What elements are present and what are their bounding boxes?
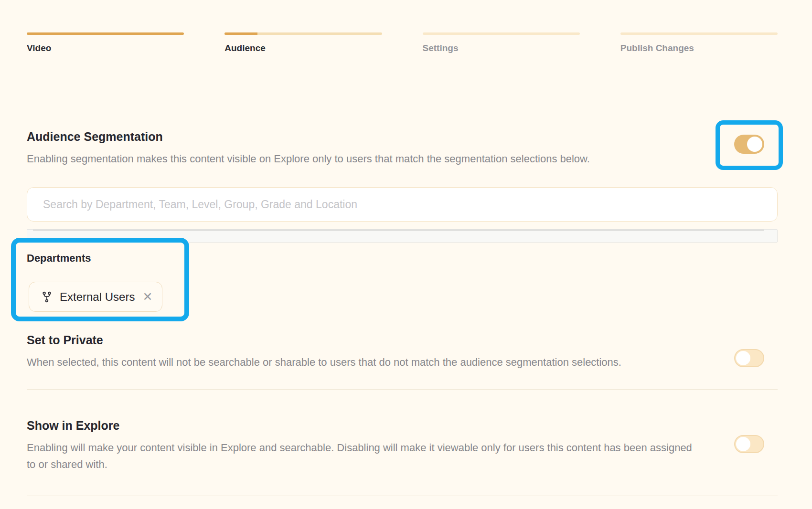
tab-audience[interactable]: Audience: [224, 32, 382, 53]
audience-segmentation-section: Audience Segmentation Enabling segmentat…: [27, 129, 778, 170]
toggle-knob: [747, 137, 762, 152]
set-to-private-text: Set to Private When selected, this conte…: [27, 333, 734, 371]
set-to-private-title: Set to Private: [27, 333, 734, 347]
publish-wizard-page: Video Audience Settings Publish Changes …: [0, 32, 812, 496]
tab-publish-changes-progress-bar: [620, 32, 778, 35]
tab-settings[interactable]: Settings: [423, 32, 580, 53]
stepper-tabs: Video Audience Settings Publish Changes: [27, 32, 778, 53]
branch-icon: [41, 291, 53, 303]
show-in-explore-toggle[interactable]: [734, 435, 764, 453]
tab-audience-progress-bar: [224, 32, 382, 35]
toggle-knob: [736, 437, 750, 451]
show-in-explore-text: Show in Explore Enabling will make your …: [27, 418, 734, 473]
departments-title: Departments: [27, 252, 173, 265]
tab-audience-label: Audience: [224, 43, 382, 53]
section-divider: [27, 496, 778, 496]
toggle-knob: [736, 351, 750, 365]
tab-video-label: Video: [27, 43, 184, 53]
department-chip-external-users[interactable]: External Users ✕: [29, 282, 162, 312]
annotation-highlight-audience-toggle: [716, 120, 783, 170]
tab-settings-label: Settings: [423, 43, 580, 53]
tab-video[interactable]: Video: [27, 32, 184, 53]
audience-segmentation-text: Audience Segmentation Enabling segmentat…: [27, 129, 716, 167]
show-in-explore-description: Enabling will make your content visible …: [27, 439, 693, 473]
set-to-private-section: Set to Private When selected, this conte…: [27, 333, 778, 371]
close-icon[interactable]: ✕: [142, 291, 152, 303]
tab-publish-changes-label: Publish Changes: [620, 43, 778, 53]
section-divider: [27, 389, 778, 390]
annotation-highlight-departments: Departments External Users ✕: [11, 238, 189, 321]
segmentation-search-input[interactable]: [27, 187, 778, 222]
set-to-private-description: When selected, this content will not be …: [27, 354, 643, 371]
audience-segmentation-title: Audience Segmentation: [27, 129, 716, 144]
show-in-explore-title: Show in Explore: [27, 418, 734, 433]
tab-settings-progress-bar: [423, 32, 580, 35]
department-chip-label: External Users: [60, 290, 135, 304]
tab-publish-changes[interactable]: Publish Changes: [620, 32, 778, 53]
show-in-explore-section: Show in Explore Enabling will make your …: [27, 418, 778, 473]
set-to-private-toggle[interactable]: [734, 349, 764, 367]
audience-segmentation-description: Enabling segmentation makes this content…: [27, 150, 662, 167]
tab-audience-progress-fill: [224, 32, 257, 35]
audience-segmentation-toggle[interactable]: [734, 135, 764, 154]
tab-video-progress-bar: [27, 32, 184, 35]
